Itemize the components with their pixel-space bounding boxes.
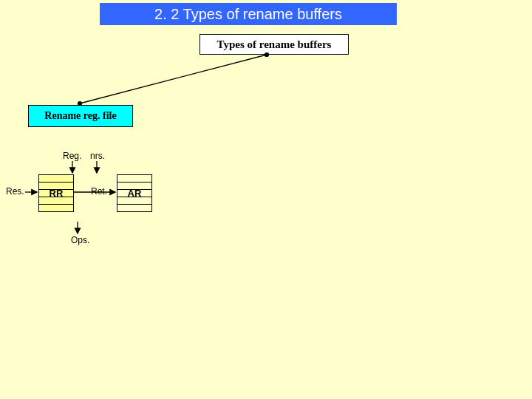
slide-title: 2. 2 Types of rename buffers (100, 3, 397, 25)
ar-table: AR (117, 174, 152, 212)
label-nrs: nrs. (90, 151, 105, 161)
label-ops: Ops. (71, 235, 89, 245)
ar-label: AR (117, 185, 151, 200)
rename-reg-file-box: Rename reg. file (28, 105, 133, 127)
label-res: Res. (6, 186, 24, 197)
types-box: Types of rename buffers (200, 34, 349, 55)
rr-table: RR (38, 174, 74, 212)
arrows-overlay (0, 0, 532, 399)
label-ret: Ret. (91, 186, 107, 197)
label-reg: Reg. (63, 151, 81, 161)
connector-line (80, 55, 267, 103)
rr-label: RR (39, 185, 73, 200)
